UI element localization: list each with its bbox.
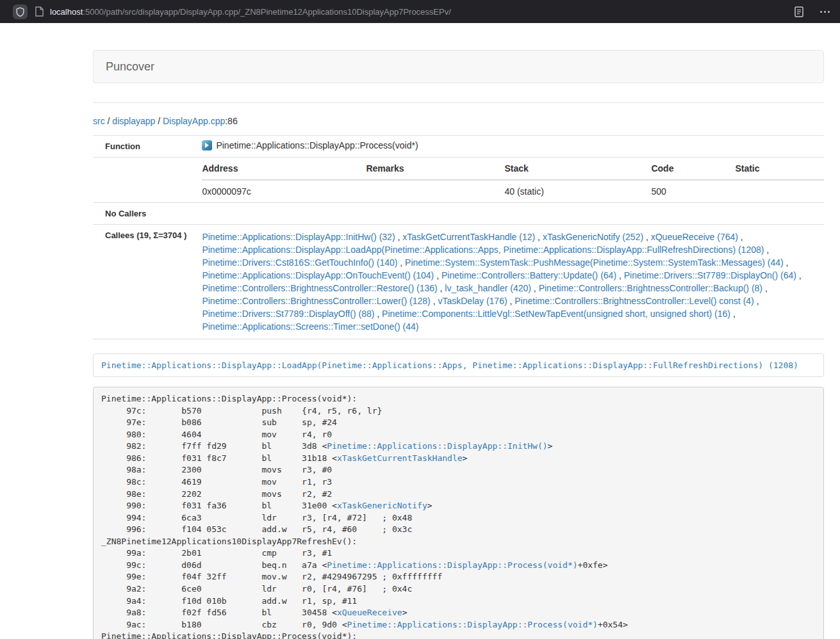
callee-link[interactable]: Pinetime::Controllers::BrightnessControl… [539,283,762,293]
highlighted-callee-link[interactable]: Pinetime::Applications::DisplayApp::Load… [101,360,798,370]
callees-label: Callees (19, Σ=3704 ) [93,225,192,339]
callee-link[interactable]: Pinetime::Applications::DisplayApp::OnTo… [202,270,434,280]
url-path: :5000/path/src/displayapp/DisplayApp.cpp… [83,7,451,17]
callee-link[interactable]: Pinetime::Applications::Screens::Timer::… [202,321,418,332]
static-value [735,180,824,202]
callee-link[interactable]: Pinetime::Drivers::St7789::DisplayOff() … [202,309,374,319]
callee-link[interactable]: xTaskGetCurrentTaskHandle (12) [402,232,535,242]
callee-link[interactable]: vTaskDelay (176) [438,296,507,306]
no-callers-row: No Callers [93,203,824,225]
url-host: localhost [50,7,83,17]
col-header-remarks: Remarks [366,158,504,180]
details-header-row: Address Remarks Stack Code Static [202,158,824,180]
callee-link[interactable]: Pinetime::Controllers::BrightnessControl… [202,296,430,306]
code-symbol-link[interactable]: Pinetime::Applications::DisplayApp::Proc… [347,620,598,629]
browser-chrome: localhost:5000/path/src/displayapp/Displ… [0,0,840,23]
breadcrumb-line-number: :86 [225,116,237,126]
breadcrumb: src / displayapp / DisplayApp.cpp:86 [93,116,824,126]
breadcrumb-link[interactable]: src [93,116,105,126]
callee-link[interactable]: xTaskGenericNotify (252) [543,232,643,242]
url-bar[interactable]: localhost:5000/path/src/displayapp/Displ… [50,7,451,17]
details-table: Address Remarks Stack Code Static 0x0000… [202,158,824,202]
callee-link[interactable]: Pinetime::Drivers::St7789::DisplayOn() (… [624,270,796,280]
menu-icon[interactable] [819,8,831,15]
callees-list: Pinetime::Applications::DisplayApp::Init… [192,225,824,339]
disassembly-block: Pinetime::Applications::DisplayApp::Proc… [93,387,824,639]
breadcrumb-link[interactable]: displayapp [112,116,155,126]
col-header-address: Address [202,158,366,180]
no-callers-label: No Callers [93,203,192,225]
function-row-label: Function [93,136,192,158]
function-name: Pinetime::Applications::DisplayApp::Proc… [216,140,418,150]
shield-glyph [16,7,24,17]
callee-link[interactable]: Pinetime::Controllers::BrightnessControl… [515,296,754,306]
divider [93,102,824,103]
details-value-row: 0x0000097c 40 (static) 500 [202,180,824,202]
callee-link[interactable]: lv_task_handler (420) [445,283,531,293]
page-icon [35,6,44,17]
col-header-static: Static [735,158,824,180]
stack-value: 40 (static) [504,180,651,202]
address-value: 0x0000097c [202,180,366,202]
col-header-stack: Stack [504,158,651,180]
code-symbol-link[interactable]: xTaskGenericNotify [337,501,427,510]
callee-link[interactable]: Pinetime::System::SystemTask::PushMessag… [405,257,784,268]
function-row: Function Pinetime::Applications::Display… [93,136,824,158]
callee-link[interactable]: Pinetime::Controllers::Battery::Update()… [441,270,616,280]
callees-row: Callees (19, Σ=3704 ) Pinetime::Applicat… [93,225,824,339]
callee-link[interactable]: Pinetime::Components::LittleVgl::SetNewT… [382,309,730,319]
reader-mode-icon[interactable] [795,6,803,17]
callee-link[interactable]: xQueueReceive (764) [651,232,738,242]
callee-link[interactable]: Pinetime::Applications::DisplayApp::Init… [202,232,395,242]
app-title[interactable]: Puncover [106,60,154,74]
code-symbol-link[interactable]: Pinetime::Applications::DisplayApp::Init… [327,441,547,451]
app-navbar: Puncover [93,50,824,83]
callee-link[interactable]: Pinetime::Drivers::Cst816S::GetTouchInfo… [202,257,397,268]
callee-link[interactable]: Pinetime::Applications::DisplayApp::Load… [202,245,764,255]
col-header-code: Code [651,158,735,180]
page-container: Puncover src / displayapp / DisplayApp.c… [93,23,824,639]
shield-icon[interactable] [13,4,28,19]
code-symbol-link[interactable]: xTaskGetCurrentTaskHandle [337,453,463,463]
code-symbol-link[interactable]: Pinetime::Applications::DisplayApp::Proc… [327,560,577,570]
symbol-table: Function Pinetime::Applications::Display… [93,136,824,339]
method-icon [202,140,212,150]
breadcrumb-link[interactable]: DisplayApp.cpp [163,116,225,126]
code-symbol-link[interactable]: xQueueReceive [337,608,402,617]
callee-link[interactable]: Pinetime::Controllers::BrightnessControl… [202,283,437,293]
remarks-value [366,180,504,202]
code-size-value: 500 [651,180,735,202]
highlighted-callee-box: Pinetime::Applications::DisplayApp::Load… [93,353,824,377]
details-row: Address Remarks Stack Code Static 0x0000… [93,158,824,203]
